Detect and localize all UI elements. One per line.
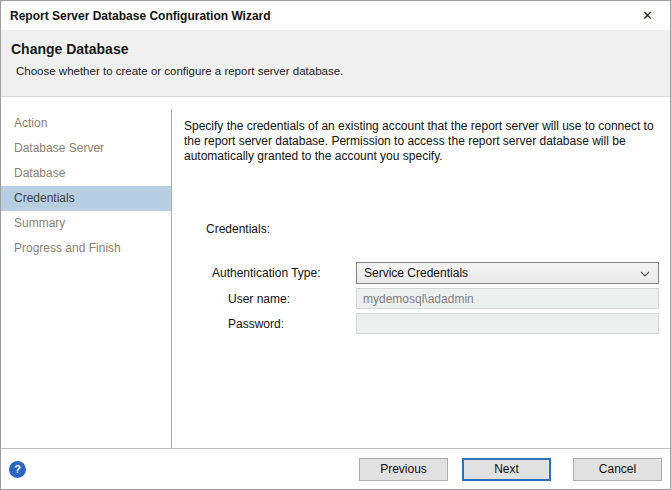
sidebar-item-database[interactable]: Database [1, 161, 171, 186]
sidebar-item-credentials[interactable]: Credentials [1, 186, 171, 211]
authentication-type-dropdown[interactable]: Service Credentials [356, 262, 659, 284]
credentials-pane: Specify the credentials of an existing a… [172, 109, 670, 448]
username-field [356, 288, 659, 309]
page-title: Change Database [11, 41, 654, 57]
sidebar-item-action[interactable]: Action [1, 111, 171, 136]
authentication-type-label: Authentication Type: [184, 266, 356, 280]
sidebar-item-progress-and-finish[interactable]: Progress and Finish [1, 236, 171, 261]
password-label: Password: [184, 317, 356, 331]
authentication-type-value: Service Credentials [364, 266, 468, 280]
sidebar-item-summary[interactable]: Summary [1, 211, 171, 236]
sidebar-item-database-server[interactable]: Database Server [1, 136, 171, 161]
window-title: Report Server Database Configuration Wiz… [1, 9, 271, 23]
title-bar: Report Server Database Configuration Wiz… [1, 1, 670, 30]
wizard-step-list: Action Database Server Database Credenti… [1, 109, 172, 448]
username-label: User name: [184, 292, 356, 306]
wizard-body: Action Database Server Database Credenti… [1, 97, 670, 448]
wizard-header: Change Database Choose whether to create… [1, 30, 670, 97]
wizard-footer: ? Previous Next Cancel [1, 448, 670, 489]
wizard-window: Report Server Database Configuration Wiz… [0, 0, 671, 490]
credentials-form: Authentication Type: Service Credentials… [184, 262, 659, 334]
page-subtitle: Choose whether to create or configure a … [16, 65, 654, 77]
footer-buttons: Previous Next Cancel [359, 458, 662, 481]
help-icon[interactable]: ? [9, 461, 26, 478]
chevron-down-icon [640, 266, 650, 280]
credentials-section-label: Credentials: [184, 222, 659, 236]
pane-description: Specify the credentials of an existing a… [184, 119, 659, 164]
cancel-button[interactable]: Cancel [573, 458, 662, 481]
previous-button[interactable]: Previous [359, 458, 448, 481]
next-button[interactable]: Next [462, 458, 551, 481]
close-icon[interactable]: ✕ [625, 1, 670, 30]
password-field [356, 313, 659, 334]
